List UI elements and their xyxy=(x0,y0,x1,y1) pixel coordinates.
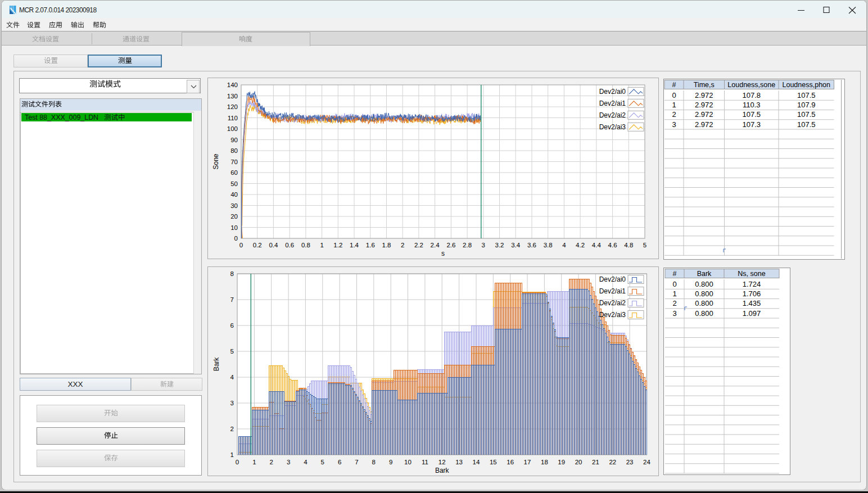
svg-text:3: 3 xyxy=(287,459,290,465)
svg-text:60: 60 xyxy=(230,169,238,176)
svg-text:2.972: 2.972 xyxy=(695,110,713,119)
svg-text:2: 2 xyxy=(672,110,676,119)
svg-text:#: # xyxy=(673,270,677,278)
svg-text:7: 7 xyxy=(355,459,358,465)
svg-text:s: s xyxy=(441,250,445,257)
svg-text:2: 2 xyxy=(269,459,273,465)
svg-text:4: 4 xyxy=(562,242,566,248)
svg-text:1: 1 xyxy=(672,101,676,109)
svg-text:1.8: 1.8 xyxy=(382,242,391,248)
svg-text:3: 3 xyxy=(672,309,676,318)
svg-text:17: 17 xyxy=(524,459,531,465)
svg-text:2.972: 2.972 xyxy=(695,101,713,109)
svg-text:3.6: 3.6 xyxy=(527,242,536,248)
svg-text:2: 2 xyxy=(672,299,676,307)
svg-text:Dev2/ai0: Dev2/ai0 xyxy=(599,275,626,283)
svg-text:4.8: 4.8 xyxy=(624,242,633,248)
svg-text:3: 3 xyxy=(672,120,676,129)
svg-text:4: 4 xyxy=(304,459,308,465)
svg-text:18: 18 xyxy=(541,459,548,465)
svg-text:107.9: 107.9 xyxy=(797,101,816,109)
svg-text:0: 0 xyxy=(672,91,676,99)
svg-text:107.5: 107.5 xyxy=(797,91,816,99)
svg-text:21: 21 xyxy=(592,459,599,465)
svg-text:23: 23 xyxy=(626,459,634,465)
svg-text:Loudness,phon: Loudness,phon xyxy=(783,81,831,89)
svg-text:1: 1 xyxy=(230,451,234,458)
svg-text:1.706: 1.706 xyxy=(743,290,761,298)
svg-text:5: 5 xyxy=(643,242,647,248)
svg-text:3: 3 xyxy=(230,400,234,406)
svg-text:0.800: 0.800 xyxy=(695,290,713,298)
svg-text:1.4: 1.4 xyxy=(350,242,359,248)
svg-text:2.6: 2.6 xyxy=(446,242,455,248)
svg-text:5: 5 xyxy=(230,348,234,355)
svg-text:13: 13 xyxy=(455,459,463,465)
svg-text:107.5: 107.5 xyxy=(797,120,816,129)
svg-text:Time,s: Time,s xyxy=(694,81,715,89)
svg-text:40: 40 xyxy=(230,191,238,198)
svg-text:Dev2/ai3: Dev2/ai3 xyxy=(599,311,626,319)
svg-text:2.972: 2.972 xyxy=(695,120,713,129)
svg-text:0.800: 0.800 xyxy=(695,299,713,307)
svg-text:2.4: 2.4 xyxy=(431,242,440,248)
svg-text:110.3: 110.3 xyxy=(743,101,761,109)
svg-text:20: 20 xyxy=(230,213,238,220)
svg-text:5: 5 xyxy=(321,459,324,465)
svg-text:90: 90 xyxy=(230,137,238,143)
svg-text:107.3: 107.3 xyxy=(742,120,761,129)
svg-text:9: 9 xyxy=(389,459,392,465)
svg-text:2.8: 2.8 xyxy=(463,242,472,248)
svg-text:15: 15 xyxy=(490,459,497,465)
svg-text:1: 1 xyxy=(252,459,256,465)
svg-text:12: 12 xyxy=(438,459,446,465)
svg-text:14: 14 xyxy=(473,459,480,465)
svg-text:50: 50 xyxy=(230,180,238,187)
svg-text:107.5: 107.5 xyxy=(797,110,816,119)
svg-text:120: 120 xyxy=(227,103,238,110)
svg-text:0: 0 xyxy=(672,280,676,288)
svg-text:6: 6 xyxy=(338,459,341,465)
svg-text:1.724: 1.724 xyxy=(743,280,761,288)
svg-text:Bark: Bark xyxy=(697,270,712,278)
svg-text:1.2: 1.2 xyxy=(333,242,342,248)
svg-text:107.5: 107.5 xyxy=(742,110,761,119)
svg-text:3.8: 3.8 xyxy=(544,242,553,248)
svg-text:8: 8 xyxy=(230,270,234,277)
svg-text:8: 8 xyxy=(372,459,376,465)
svg-text:100: 100 xyxy=(227,125,238,132)
svg-text:70: 70 xyxy=(230,159,238,165)
svg-text:16: 16 xyxy=(507,459,514,465)
svg-text:19: 19 xyxy=(558,459,565,465)
svg-text:Dev2/ai2: Dev2/ai2 xyxy=(599,299,626,307)
svg-text:Loudness,sone: Loudness,sone xyxy=(727,81,775,89)
svg-text:80: 80 xyxy=(230,147,238,154)
svg-text:4.2: 4.2 xyxy=(576,242,585,248)
svg-text:3.2: 3.2 xyxy=(495,242,504,248)
svg-text:4: 4 xyxy=(230,374,234,381)
svg-text:0: 0 xyxy=(234,235,238,242)
svg-text:3.4: 3.4 xyxy=(511,242,521,248)
svg-text:0.800: 0.800 xyxy=(695,280,713,288)
svg-text:0.4: 0.4 xyxy=(269,242,278,248)
svg-text:Ns, sone: Ns, sone xyxy=(738,270,765,278)
svg-text:107.8: 107.8 xyxy=(742,91,761,99)
svg-text:Dev2/ai1: Dev2/ai1 xyxy=(599,287,626,295)
svg-text:1: 1 xyxy=(320,242,323,248)
svg-text:20: 20 xyxy=(575,459,582,465)
svg-text:Dev2/ai3: Dev2/ai3 xyxy=(599,123,626,131)
svg-text:Sone: Sone xyxy=(212,153,220,169)
svg-text:10: 10 xyxy=(230,224,238,231)
svg-text:1.6: 1.6 xyxy=(366,242,375,248)
svg-text:0: 0 xyxy=(236,459,239,465)
svg-text:10: 10 xyxy=(404,459,412,465)
svg-text:2.2: 2.2 xyxy=(414,242,423,248)
svg-text:140: 140 xyxy=(227,82,238,88)
svg-text:110: 110 xyxy=(228,115,238,121)
svg-text:2.972: 2.972 xyxy=(695,91,713,99)
svg-text:4.6: 4.6 xyxy=(608,242,617,248)
svg-text:6: 6 xyxy=(230,322,234,329)
svg-text:24: 24 xyxy=(643,459,650,465)
svg-text:Dev2/ai2: Dev2/ai2 xyxy=(599,111,626,119)
svg-text:0: 0 xyxy=(239,242,243,248)
